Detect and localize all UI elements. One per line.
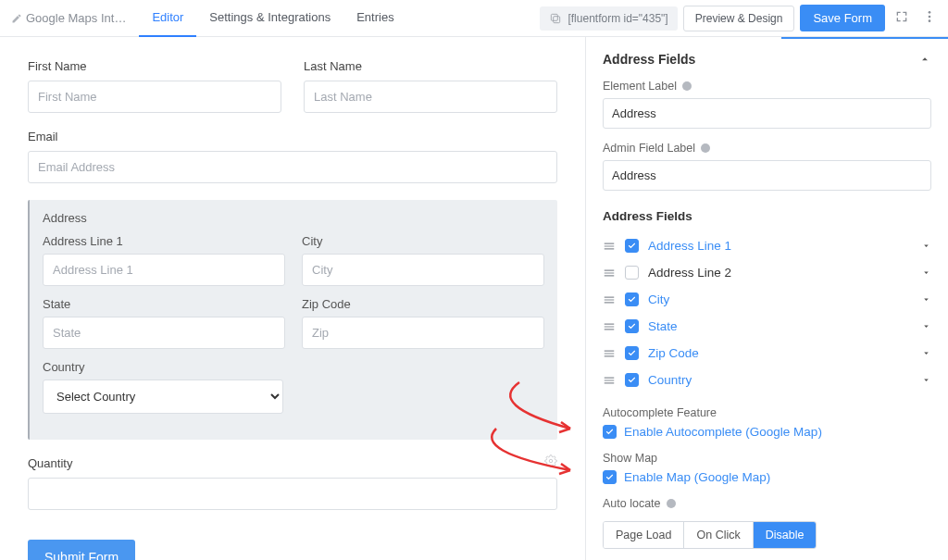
preview-button[interactable]: Preview & Design — [683, 6, 795, 31]
tabs: Editor Settings & Integrations Entries — [139, 0, 406, 37]
field-enable-checkbox[interactable] — [625, 346, 639, 360]
element-label-input[interactable] — [603, 98, 931, 129]
address-field-row[interactable]: Zip Code — [603, 340, 931, 367]
autolocate-label: Auto locate — [603, 497, 931, 510]
showmap-checkbox-row[interactable]: Enable Map (Google Map) — [603, 470, 931, 484]
admin-label-input[interactable] — [603, 160, 931, 191]
svg-point-8 — [667, 499, 676, 508]
email-input[interactable] — [28, 151, 557, 183]
field-row-label: Address Line 1 — [648, 239, 731, 253]
chevron-down-icon[interactable] — [921, 241, 931, 251]
svg-point-3 — [929, 16, 931, 19]
submit-button[interactable]: Submit Form — [28, 540, 135, 560]
expand-icon — [894, 9, 909, 24]
main-area: First Name Last Name Email Address Addre… — [0, 37, 948, 560]
form-name[interactable]: Google Maps Int… — [7, 11, 135, 25]
quantity-label: Quantity — [28, 456, 557, 470]
quantity-input[interactable] — [28, 478, 557, 510]
address-field-row[interactable]: Country — [603, 367, 931, 393]
chevron-down-icon[interactable] — [921, 348, 931, 358]
country-select[interactable]: Select Country — [43, 380, 283, 414]
address-field-row[interactable]: City — [603, 286, 931, 313]
autocomplete-label: Autocomplete Feature — [603, 406, 931, 419]
country-label: Country — [43, 360, 283, 374]
drag-handle-icon[interactable] — [603, 267, 616, 280]
field-enable-checkbox[interactable] — [625, 319, 639, 333]
info-icon[interactable] — [681, 81, 692, 92]
first-name-input[interactable] — [28, 81, 281, 113]
drag-handle-icon[interactable] — [603, 320, 616, 333]
sidebar-accent — [781, 37, 948, 39]
chevron-down-icon[interactable] — [921, 321, 931, 331]
info-icon[interactable] — [700, 143, 711, 154]
address-line1-label: Address Line 1 — [43, 234, 285, 248]
chevron-down-icon[interactable] — [921, 375, 931, 385]
field-enable-checkbox[interactable] — [625, 292, 639, 306]
state-label: State — [43, 297, 285, 311]
address-field-row[interactable]: Address Line 1 — [603, 232, 931, 259]
top-bar: Google Maps Int… Editor Settings & Integ… — [0, 0, 948, 37]
field-enable-checkbox[interactable] — [625, 266, 639, 280]
state-input[interactable] — [43, 317, 285, 349]
address-title: Address — [43, 211, 544, 225]
expand-button[interactable] — [891, 6, 913, 31]
last-name-input[interactable] — [304, 81, 557, 113]
form-name-text: Google Maps Int… — [26, 11, 126, 25]
quantity-block: Quantity — [28, 456, 557, 510]
autocomplete-checkbox[interactable] — [603, 425, 617, 439]
seg-disable[interactable]: Disable — [754, 522, 817, 548]
svg-rect-0 — [554, 16, 560, 22]
field-enable-checkbox[interactable] — [625, 373, 639, 387]
address-line1-input[interactable] — [43, 254, 285, 286]
showmap-checkbox[interactable] — [603, 470, 617, 484]
field-edit-button[interactable] — [544, 454, 557, 470]
first-name-label: First Name — [28, 59, 281, 73]
drag-handle-icon[interactable] — [603, 347, 616, 360]
form-canvas: First Name Last Name Email Address Addre… — [0, 37, 585, 560]
zip-input[interactable] — [302, 317, 544, 349]
top-bar-right: [fluentform id="435"] Preview & Design S… — [540, 5, 941, 31]
more-vertical-icon — [922, 9, 937, 24]
more-button[interactable] — [918, 6, 941, 31]
admin-label-text: Admin Field Label — [603, 142, 695, 155]
svg-point-2 — [929, 11, 931, 14]
field-enable-checkbox[interactable] — [625, 239, 639, 253]
svg-point-4 — [929, 19, 931, 22]
seg-page-load[interactable]: Page Load — [604, 522, 684, 548]
panel-title: Address Fields — [603, 52, 695, 67]
autolocate-label-text: Auto locate — [603, 497, 661, 510]
seg-on-click[interactable]: On Click — [684, 522, 753, 548]
tab-editor[interactable]: Editor — [139, 0, 196, 37]
zip-label: Zip Code — [302, 297, 544, 311]
info-icon[interactable] — [666, 498, 677, 509]
drag-handle-icon[interactable] — [603, 374, 616, 387]
chevron-down-icon[interactable] — [921, 268, 931, 278]
tab-settings[interactable]: Settings & Integrations — [196, 0, 343, 37]
city-input[interactable] — [302, 254, 544, 286]
svg-point-6 — [682, 81, 692, 91]
panel-body: Element Label Admin Field Label Address … — [586, 80, 948, 560]
field-row-label: Country — [648, 373, 692, 387]
drag-handle-icon[interactable] — [603, 293, 616, 306]
address-field-list: Address Line 1Address Line 2CityStateZip… — [603, 232, 931, 393]
panel-header[interactable]: Address Fields — [586, 37, 948, 80]
svg-point-5 — [549, 459, 553, 463]
shortcode-chip[interactable]: [fluentform id="435"] — [540, 6, 677, 31]
address-field-row[interactable]: State — [603, 313, 931, 340]
drag-handle-icon[interactable] — [603, 240, 616, 253]
autocomplete-checkbox-label: Enable Autocomplete (Google Map) — [624, 425, 822, 439]
showmap-label: Show Map — [603, 452, 931, 465]
chevron-down-icon[interactable] — [921, 294, 931, 305]
field-row-label: Zip Code — [648, 346, 699, 360]
address-fields-head: Address Fields — [603, 209, 931, 223]
field-row-label: State — [648, 319, 678, 333]
tab-entries[interactable]: Entries — [343, 0, 406, 37]
save-button[interactable]: Save Form — [800, 5, 885, 31]
copy-icon — [549, 12, 562, 25]
address-block[interactable]: Address Address Line 1 City State Zip Co… — [28, 200, 557, 440]
address-field-row[interactable]: Address Line 2 — [603, 259, 931, 286]
autocomplete-checkbox-row[interactable]: Enable Autocomplete (Google Map) — [603, 425, 931, 439]
city-label: City — [302, 234, 544, 248]
admin-label-label: Admin Field Label — [603, 142, 931, 155]
element-label-text: Element Label — [603, 80, 677, 93]
